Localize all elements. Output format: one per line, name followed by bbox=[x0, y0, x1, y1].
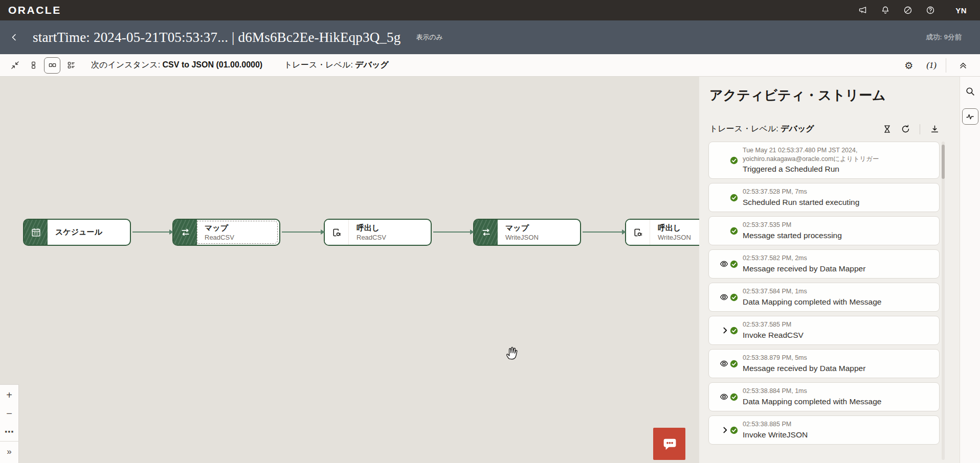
event-title: Data Mapping completed with Message bbox=[743, 297, 881, 307]
success-check-icon bbox=[730, 156, 738, 165]
calendar-icon bbox=[31, 227, 41, 238]
map-swap-icon bbox=[180, 227, 191, 238]
event-title: Message received by Data Mapper bbox=[743, 363, 865, 374]
activity-stream-title: アクティビティ・ストリーム bbox=[709, 87, 940, 103]
vertical-layout-icon[interactable] bbox=[26, 58, 41, 73]
search-icon[interactable] bbox=[965, 86, 975, 96]
zoom-out-button[interactable]: − bbox=[0, 404, 18, 423]
next-instance-text: 次のインスタンス: CSV to JSON (01.00.0000) bbox=[91, 60, 262, 71]
run-status-text: 成功: 9分前 bbox=[926, 33, 962, 42]
flow-connector-arrow bbox=[433, 231, 471, 233]
success-check-icon bbox=[730, 227, 738, 235]
activity-event-card[interactable]: 02:53:37.584 PM, 1ms Data Mapping comple… bbox=[708, 283, 940, 312]
expand-panel-button[interactable]: » bbox=[0, 442, 18, 462]
trace-icons-divider bbox=[920, 124, 920, 134]
event-timestamp: 02:53:38.884 PM, 1ms bbox=[743, 387, 881, 395]
activity-event-list: Tue May 21 02:53:37.480 PM JST 2024,yoic… bbox=[708, 142, 940, 445]
instance-header-bar: startTime: 2024-05-21T05:53:37... | d6Ms… bbox=[0, 20, 980, 54]
flow-node-invoke-readcsv[interactable]: 呼出し ReadCSV bbox=[324, 219, 432, 246]
map-swap-icon bbox=[481, 227, 492, 238]
toolbar-divider bbox=[946, 58, 946, 73]
flow-node-schedule[interactable]: スケジュール bbox=[23, 219, 131, 246]
more-options-button[interactable]: ⋯ bbox=[0, 423, 18, 441]
view-payload-eye-icon[interactable] bbox=[720, 293, 728, 302]
announcement-icon[interactable] bbox=[858, 6, 867, 15]
node-sub-label: ReadCSV bbox=[205, 234, 279, 242]
top-app-bar: ORACLE YN bbox=[0, 0, 980, 20]
event-timestamp: 02:53:37.584 PM, 1ms bbox=[743, 287, 881, 295]
activity-scrollbar-thumb[interactable] bbox=[942, 145, 945, 179]
invoke-icon bbox=[632, 227, 643, 238]
event-title: Data Mapping completed with Message bbox=[743, 397, 881, 407]
hand-cursor bbox=[504, 345, 520, 361]
success-check-icon bbox=[730, 260, 738, 268]
event-title: Triggered a Scheduled Run bbox=[743, 164, 879, 174]
activity-trace-value: デバッグ bbox=[781, 124, 814, 134]
trace-level-text: トレース・レベル: デバッグ bbox=[284, 60, 389, 71]
event-timestamp: Tue May 21 02:53:37.480 PM JST 2024, bbox=[743, 146, 879, 154]
success-check-icon bbox=[730, 426, 738, 434]
activity-event-card[interactable]: 02:53:37.535 PM Message started processi… bbox=[708, 216, 940, 245]
flow-node-map-writejson[interactable]: マップ WriteJSON bbox=[473, 219, 581, 246]
event-title: Invoke ReadCSV bbox=[743, 330, 804, 340]
event-timestamp: 02:53:38.885 PM bbox=[743, 420, 808, 428]
oracle-logo: ORACLE bbox=[8, 4, 61, 16]
download-icon[interactable] bbox=[929, 124, 940, 134]
activity-stream-panel: アクティビティ・ストリーム トレース・レベル: デバッグ bbox=[699, 77, 960, 463]
pulse-icon bbox=[966, 112, 974, 121]
activity-event-card[interactable]: 02:53:37.585 PM Invoke ReadCSV bbox=[708, 316, 940, 345]
success-check-icon bbox=[730, 293, 738, 302]
success-check-icon bbox=[730, 194, 738, 202]
event-timestamp: 02:53:38.879 PM, 5ms bbox=[743, 354, 865, 362]
activity-scrollbar-track[interactable] bbox=[942, 142, 945, 460]
list-view-icon[interactable] bbox=[63, 58, 79, 73]
gear-icon[interactable]: ⚙ bbox=[904, 60, 913, 71]
event-timestamp: 02:53:37.585 PM bbox=[743, 320, 804, 329]
trace-level-value: デバッグ bbox=[355, 60, 389, 69]
view-payload-eye-icon[interactable] bbox=[720, 359, 728, 368]
activity-trace-row: トレース・レベル: デバッグ bbox=[709, 124, 940, 134]
activity-event-card[interactable]: 02:53:38.879 PM, 5ms Message received by… bbox=[708, 349, 940, 378]
event-title: Invoke WriteJSON bbox=[743, 430, 808, 440]
zoom-in-button[interactable]: + bbox=[0, 386, 18, 404]
collapse-toolbar-icon[interactable] bbox=[955, 58, 971, 73]
activity-event-card[interactable]: 02:53:38.885 PM Invoke WriteJSON bbox=[708, 415, 940, 445]
node-sub-label: ReadCSV bbox=[357, 234, 431, 242]
activity-event-card[interactable]: 02:53:37.528 PM, 7ms Scheduled Run start… bbox=[708, 183, 940, 212]
event-timestamp: 02:53:37.582 PM, 2ms bbox=[743, 254, 865, 262]
event-timestamp: 02:53:37.535 PM bbox=[743, 221, 842, 229]
chat-feedback-button[interactable] bbox=[653, 428, 685, 460]
expand-chevron-icon[interactable] bbox=[722, 427, 728, 433]
collapse-canvas-icon[interactable] bbox=[7, 58, 23, 73]
node-label: マップ bbox=[505, 223, 580, 233]
refresh-icon[interactable] bbox=[900, 124, 910, 134]
success-check-icon bbox=[730, 393, 738, 401]
status-circle-icon[interactable] bbox=[903, 6, 912, 15]
flow-connector-arrow bbox=[132, 231, 170, 233]
notifications-bell-icon[interactable] bbox=[881, 6, 890, 15]
activity-stream-toggle[interactable] bbox=[962, 108, 978, 125]
back-button[interactable] bbox=[5, 28, 24, 47]
flow-toolbar: 次のインスタンス: CSV to JSON (01.00.0000) トレース・… bbox=[0, 54, 980, 77]
view-payload-eye-icon[interactable] bbox=[720, 260, 728, 268]
horizontal-layout-icon[interactable] bbox=[44, 57, 60, 74]
expand-chevron-icon[interactable] bbox=[722, 327, 728, 334]
help-icon[interactable] bbox=[926, 6, 935, 15]
instance-title: startTime: 2024-05-21T05:53:37... | d6Ms… bbox=[33, 30, 400, 45]
activity-event-card[interactable]: 02:53:38.884 PM, 1ms Data Mapping comple… bbox=[708, 382, 940, 411]
duration-hourglass-icon[interactable] bbox=[882, 124, 892, 134]
zoom-level-badge[interactable]: (1) bbox=[926, 60, 937, 71]
event-title: Message started processing bbox=[743, 230, 842, 241]
success-check-icon bbox=[730, 327, 738, 335]
activity-event-card[interactable]: Tue May 21 02:53:37.480 PM JST 2024,yoic… bbox=[708, 142, 940, 179]
next-instance-label: 次のインスタンス: bbox=[91, 60, 160, 69]
activity-event-card[interactable]: 02:53:37.582 PM, 2ms Message received by… bbox=[708, 249, 940, 279]
node-sub-label: WriteJSON bbox=[505, 234, 580, 242]
flow-node-map-readcsv[interactable]: マップ ReadCSV bbox=[172, 219, 280, 246]
flow-connector-arrow bbox=[282, 231, 321, 233]
canvas-zoom-controls: + − ⋯ » bbox=[0, 384, 19, 463]
user-avatar[interactable]: YN bbox=[955, 6, 967, 15]
trace-level-label: トレース・レベル: bbox=[284, 60, 353, 69]
chat-bubble-icon bbox=[661, 435, 678, 453]
view-payload-eye-icon[interactable] bbox=[720, 392, 728, 401]
